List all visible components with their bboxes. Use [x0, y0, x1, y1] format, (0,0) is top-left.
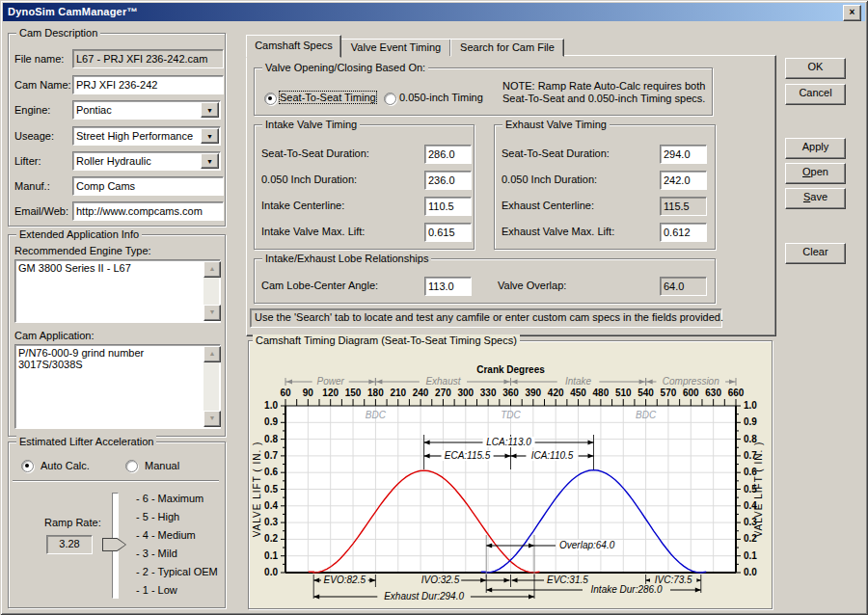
exhaust-s2s-duration-field[interactable]: 294.0: [660, 145, 707, 164]
lifter-dropdown-arrow-icon[interactable]: ▼: [201, 153, 219, 169]
exhaust-050-duration-field[interactable]: 242.0: [660, 171, 707, 190]
clear-button[interactable]: Clear: [785, 243, 846, 264]
exhaust-050-duration-label: 0.050 Inch Duration:: [502, 174, 597, 185]
ok-button[interactable]: OK: [785, 58, 846, 79]
seat-to-seat-label[interactable]: Seat-To-Seat Timing: [280, 92, 376, 103]
svg-text:IVO:32.5: IVO:32.5: [421, 575, 460, 585]
inch-timing-radio[interactable]: [384, 93, 396, 105]
engine-dropdown-arrow-icon[interactable]: ▼: [201, 102, 219, 118]
intake-s2s-duration-field[interactable]: 286.0: [424, 145, 472, 164]
ramp-rate-value: 3.28: [46, 535, 93, 554]
manuf-label: Manuf.:: [14, 180, 50, 192]
svg-text:210: 210: [390, 388, 406, 398]
scroll-down-icon[interactable]: ▼: [203, 411, 221, 427]
email-web-field[interactable]: http://www.compcams.com: [72, 201, 224, 221]
svg-text:Compression: Compression: [663, 376, 719, 387]
dynosim-cammanager-window: DynoSim CamManager™ × Cam Description Fi…: [0, 0, 868, 615]
open-button[interactable]: Open: [785, 163, 846, 184]
note-line1: NOTE: Ramp Rate Auto-Calc requires both: [502, 80, 705, 92]
scroll-up-icon[interactable]: ▲: [203, 346, 221, 362]
svg-text:EVC:31.5: EVC:31.5: [547, 575, 588, 585]
hint-bar: Use the 'Search' tab to locate and test …: [250, 308, 722, 328]
intake-timing-group: Intake Valve Timing Seat-To-Seat Duratio…: [254, 124, 475, 250]
timing-diagram-svg: 0.00.00.10.10.20.20.30.30.40.40.50.50.60…: [249, 340, 772, 607]
svg-text:150: 150: [345, 388, 362, 398]
cam-application-scrollbar[interactable]: ▲ ▼: [203, 346, 219, 427]
note-line2: Seat-To-Seat and 0.050-inch Timing specs…: [502, 93, 705, 104]
cam-name-field[interactable]: PRJ XFI 236-242: [72, 75, 224, 94]
valve-overlap-field: 64.0: [660, 277, 707, 296]
useage-value: Street High Performance: [73, 127, 220, 144]
engine-type-label: Recommended Engine Type:: [14, 245, 151, 256]
useage-dropdown-arrow-icon[interactable]: ▼: [201, 128, 219, 144]
save-button[interactable]: Save: [785, 188, 846, 209]
exhaust-centerline-label: Exhaust Centerline:: [502, 200, 594, 211]
valve-basis-group: Valve Opening/Closing Based On: Seat-To-…: [254, 67, 713, 116]
title-bar: DynoSim CamManager™ ×: [3, 3, 865, 21]
slider-scale-1: - 1 - Low: [136, 584, 177, 596]
intake-max-lift-field[interactable]: 0.615: [424, 223, 472, 242]
seat-to-seat-radio[interactable]: [264, 93, 277, 105]
svg-text:0.1: 0.1: [744, 550, 757, 561]
svg-text:Exhaust Dur:294.0: Exhaust Dur:294.0: [384, 591, 464, 602]
intake-050-duration-field[interactable]: 236.0: [424, 171, 472, 190]
tab-valve-event-timing[interactable]: Valve Event Timing: [340, 39, 451, 57]
apply-button[interactable]: Apply: [785, 138, 846, 159]
cam-description-group: Cam Description File name: L67 - PRJ XFI…: [8, 33, 226, 227]
extended-info-group: Extended Application Info Recommended En…: [8, 234, 226, 437]
engine-type-scrollbar[interactable]: ▲ ▼: [203, 261, 219, 321]
svg-text:540: 540: [637, 388, 654, 398]
cam-application-textarea[interactable]: P/N76-000-9 grind number 3017S/3038S ▲ ▼: [14, 344, 221, 429]
useage-select[interactable]: Street High Performance ▼: [72, 126, 221, 146]
exhaust-centerline-field: 115.5: [660, 197, 707, 216]
close-icon: ×: [850, 7, 855, 17]
svg-text:0.0: 0.0: [264, 567, 278, 577]
engine-value: Pontiac: [73, 101, 220, 118]
valve-overlap-label: Valve Overlap:: [498, 280, 566, 291]
timing-diagram-panel: Camshaft Timing Diagram (Seat-To-Seat Ti…: [248, 340, 773, 609]
svg-text:0.5: 0.5: [264, 484, 278, 495]
manuf-field[interactable]: Comp Cams: [72, 176, 224, 196]
svg-text:0.1: 0.1: [264, 550, 278, 561]
svg-text:90: 90: [303, 388, 314, 398]
cam-name-label: Cam Name:: [14, 79, 71, 91]
auto-calc-label: Auto Calc.: [41, 460, 90, 471]
svg-text:480: 480: [593, 388, 610, 398]
file-name-label: File name:: [14, 53, 64, 65]
lobe-center-angle-field[interactable]: 113.0: [424, 277, 472, 296]
slider-scale-4: - 4 - Medium: [136, 529, 196, 541]
close-button[interactable]: ×: [843, 5, 861, 21]
intake-050-duration-label: 0.050 Inch Duration:: [261, 174, 357, 185]
svg-text:0.7: 0.7: [264, 450, 278, 461]
cancel-button[interactable]: Cancel: [785, 84, 846, 105]
svg-text:60: 60: [280, 388, 291, 398]
lobe-relationships-title: Intake/Exhaust Lobe Relationships: [262, 253, 431, 265]
svg-text:Overlap:64.0: Overlap:64.0: [559, 540, 615, 550]
svg-text:0.4: 0.4: [264, 500, 278, 511]
svg-text:0.2: 0.2: [264, 533, 278, 544]
exhaust-s2s-duration-label: Seat-To-Seat Duration:: [502, 147, 610, 159]
svg-text:120: 120: [322, 388, 339, 398]
exhaust-max-lift-field[interactable]: 0.612: [660, 223, 707, 242]
lobe-relationships-group: Intake/Exhaust Lobe Relationships Cam Lo…: [254, 258, 716, 304]
tab-search-for-cam-file[interactable]: Search for Cam File: [450, 39, 564, 57]
svg-text:ECA:115.5: ECA:115.5: [445, 450, 491, 461]
svg-text:Exhaust: Exhaust: [425, 376, 461, 387]
engine-select[interactable]: Pontiac ▼: [72, 100, 221, 120]
svg-text:270: 270: [435, 388, 451, 398]
lifter-select[interactable]: Roller Hydraulic ▼: [72, 151, 221, 171]
intake-centerline-field[interactable]: 110.5: [424, 197, 472, 216]
scroll-up-icon[interactable]: ▲: [203, 261, 221, 278]
svg-text:240: 240: [413, 388, 429, 398]
slider-scale-3: - 3 - Mild: [136, 548, 177, 559]
engine-label: Engine:: [14, 104, 50, 116]
ramp-rate-slider-thumb[interactable]: [102, 538, 126, 551]
auto-calc-radio[interactable]: [21, 460, 34, 472]
engine-type-textarea[interactable]: GM 3800 Series II - L67 ▲ ▼: [14, 259, 221, 323]
email-web-label: Email/Web:: [14, 205, 68, 217]
manual-radio[interactable]: [125, 460, 138, 472]
scroll-down-icon[interactable]: ▼: [203, 305, 221, 321]
svg-text:Power: Power: [317, 376, 345, 387]
engine-type-value: GM 3800 Series II - L67: [18, 262, 203, 274]
tab-camshaft-specs[interactable]: Camshaft Specs: [246, 35, 341, 58]
